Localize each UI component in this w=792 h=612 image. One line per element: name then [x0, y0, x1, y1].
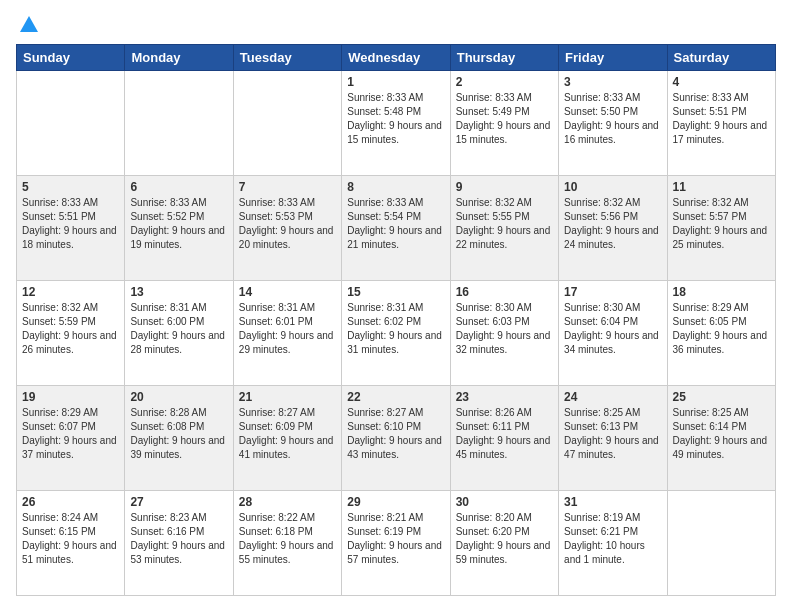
calendar-cell: 22Sunrise: 8:27 AMSunset: 6:10 PMDayligh… — [342, 386, 450, 491]
day-info: Sunset: 6:15 PM — [22, 525, 119, 539]
day-info: Daylight: 9 hours and 18 minutes. — [22, 224, 119, 252]
day-info: Daylight: 9 hours and 20 minutes. — [239, 224, 336, 252]
calendar-cell: 12Sunrise: 8:32 AMSunset: 5:59 PMDayligh… — [17, 281, 125, 386]
day-number: 15 — [347, 285, 444, 299]
calendar-cell — [667, 491, 775, 596]
day-info: Daylight: 9 hours and 15 minutes. — [347, 119, 444, 147]
calendar-cell: 7Sunrise: 8:33 AMSunset: 5:53 PMDaylight… — [233, 176, 341, 281]
day-number: 23 — [456, 390, 553, 404]
day-info: Daylight: 9 hours and 32 minutes. — [456, 329, 553, 357]
calendar-cell: 9Sunrise: 8:32 AMSunset: 5:55 PMDaylight… — [450, 176, 558, 281]
day-info: Sunrise: 8:26 AM — [456, 406, 553, 420]
day-number: 11 — [673, 180, 770, 194]
calendar-cell: 29Sunrise: 8:21 AMSunset: 6:19 PMDayligh… — [342, 491, 450, 596]
day-number: 19 — [22, 390, 119, 404]
day-info: Sunrise: 8:32 AM — [456, 196, 553, 210]
day-info: Daylight: 9 hours and 59 minutes. — [456, 539, 553, 567]
calendar-cell: 27Sunrise: 8:23 AMSunset: 6:16 PMDayligh… — [125, 491, 233, 596]
day-info: Sunrise: 8:27 AM — [239, 406, 336, 420]
day-number: 3 — [564, 75, 661, 89]
day-number: 21 — [239, 390, 336, 404]
day-info: Sunset: 6:01 PM — [239, 315, 336, 329]
day-info: Sunset: 5:57 PM — [673, 210, 770, 224]
day-info: Sunrise: 8:29 AM — [22, 406, 119, 420]
calendar-week-4: 19Sunrise: 8:29 AMSunset: 6:07 PMDayligh… — [17, 386, 776, 491]
day-info: Sunset: 6:09 PM — [239, 420, 336, 434]
day-info: Daylight: 9 hours and 49 minutes. — [673, 434, 770, 462]
day-info: Sunrise: 8:33 AM — [564, 91, 661, 105]
day-number: 12 — [22, 285, 119, 299]
day-info: Sunrise: 8:33 AM — [130, 196, 227, 210]
logo — [16, 16, 40, 34]
day-info: Sunrise: 8:28 AM — [130, 406, 227, 420]
day-info: Sunset: 6:02 PM — [347, 315, 444, 329]
weekday-header-sunday: Sunday — [17, 45, 125, 71]
calendar-cell: 18Sunrise: 8:29 AMSunset: 6:05 PMDayligh… — [667, 281, 775, 386]
day-info: Sunset: 6:05 PM — [673, 315, 770, 329]
day-info: Daylight: 9 hours and 19 minutes. — [130, 224, 227, 252]
day-info: Sunset: 5:52 PM — [130, 210, 227, 224]
calendar-cell: 10Sunrise: 8:32 AMSunset: 5:56 PMDayligh… — [559, 176, 667, 281]
day-number: 25 — [673, 390, 770, 404]
day-info: Daylight: 9 hours and 24 minutes. — [564, 224, 661, 252]
day-info: Daylight: 9 hours and 53 minutes. — [130, 539, 227, 567]
day-info: Sunrise: 8:31 AM — [130, 301, 227, 315]
day-info: Sunrise: 8:21 AM — [347, 511, 444, 525]
day-info: Sunrise: 8:27 AM — [347, 406, 444, 420]
day-info: Sunset: 5:48 PM — [347, 105, 444, 119]
calendar-cell: 28Sunrise: 8:22 AMSunset: 6:18 PMDayligh… — [233, 491, 341, 596]
day-info: Sunset: 6:08 PM — [130, 420, 227, 434]
day-info: Sunrise: 8:30 AM — [564, 301, 661, 315]
day-info: Daylight: 9 hours and 57 minutes. — [347, 539, 444, 567]
day-number: 17 — [564, 285, 661, 299]
day-info: Sunrise: 8:32 AM — [673, 196, 770, 210]
day-number: 13 — [130, 285, 227, 299]
day-info: Sunrise: 8:33 AM — [347, 91, 444, 105]
weekday-header-friday: Friday — [559, 45, 667, 71]
day-info: Sunset: 6:07 PM — [22, 420, 119, 434]
calendar-header-row: SundayMondayTuesdayWednesdayThursdayFrid… — [17, 45, 776, 71]
day-info: Daylight: 9 hours and 22 minutes. — [456, 224, 553, 252]
day-info: Sunrise: 8:30 AM — [456, 301, 553, 315]
day-info: Sunrise: 8:33 AM — [673, 91, 770, 105]
day-info: Sunset: 5:56 PM — [564, 210, 661, 224]
day-info: Sunset: 6:10 PM — [347, 420, 444, 434]
calendar-cell: 11Sunrise: 8:32 AMSunset: 5:57 PMDayligh… — [667, 176, 775, 281]
day-info: Daylight: 9 hours and 43 minutes. — [347, 434, 444, 462]
day-number: 27 — [130, 495, 227, 509]
day-number: 20 — [130, 390, 227, 404]
day-number: 8 — [347, 180, 444, 194]
day-info: Sunset: 6:20 PM — [456, 525, 553, 539]
calendar-cell — [233, 71, 341, 176]
day-info: Sunrise: 8:23 AM — [130, 511, 227, 525]
day-info: Sunset: 5:54 PM — [347, 210, 444, 224]
calendar-cell: 23Sunrise: 8:26 AMSunset: 6:11 PMDayligh… — [450, 386, 558, 491]
day-info: Sunset: 5:53 PM — [239, 210, 336, 224]
day-info: Sunrise: 8:33 AM — [456, 91, 553, 105]
weekday-header-monday: Monday — [125, 45, 233, 71]
page: SundayMondayTuesdayWednesdayThursdayFrid… — [0, 0, 792, 612]
day-info: Daylight: 9 hours and 29 minutes. — [239, 329, 336, 357]
calendar-week-5: 26Sunrise: 8:24 AMSunset: 6:15 PMDayligh… — [17, 491, 776, 596]
calendar-cell: 5Sunrise: 8:33 AMSunset: 5:51 PMDaylight… — [17, 176, 125, 281]
day-info: Daylight: 9 hours and 39 minutes. — [130, 434, 227, 462]
day-info: Sunrise: 8:25 AM — [564, 406, 661, 420]
day-number: 16 — [456, 285, 553, 299]
day-info: Sunset: 6:04 PM — [564, 315, 661, 329]
calendar-week-2: 5Sunrise: 8:33 AMSunset: 5:51 PMDaylight… — [17, 176, 776, 281]
day-number: 2 — [456, 75, 553, 89]
day-info: Sunrise: 8:33 AM — [239, 196, 336, 210]
header — [16, 16, 776, 34]
day-info: Sunset: 5:55 PM — [456, 210, 553, 224]
day-info: Daylight: 9 hours and 21 minutes. — [347, 224, 444, 252]
day-number: 28 — [239, 495, 336, 509]
day-info: Sunset: 5:51 PM — [22, 210, 119, 224]
day-number: 29 — [347, 495, 444, 509]
day-number: 6 — [130, 180, 227, 194]
day-info: Sunrise: 8:31 AM — [239, 301, 336, 315]
calendar-cell: 16Sunrise: 8:30 AMSunset: 6:03 PMDayligh… — [450, 281, 558, 386]
calendar-cell: 31Sunrise: 8:19 AMSunset: 6:21 PMDayligh… — [559, 491, 667, 596]
calendar-cell: 8Sunrise: 8:33 AMSunset: 5:54 PMDaylight… — [342, 176, 450, 281]
day-number: 26 — [22, 495, 119, 509]
calendar-cell: 1Sunrise: 8:33 AMSunset: 5:48 PMDaylight… — [342, 71, 450, 176]
